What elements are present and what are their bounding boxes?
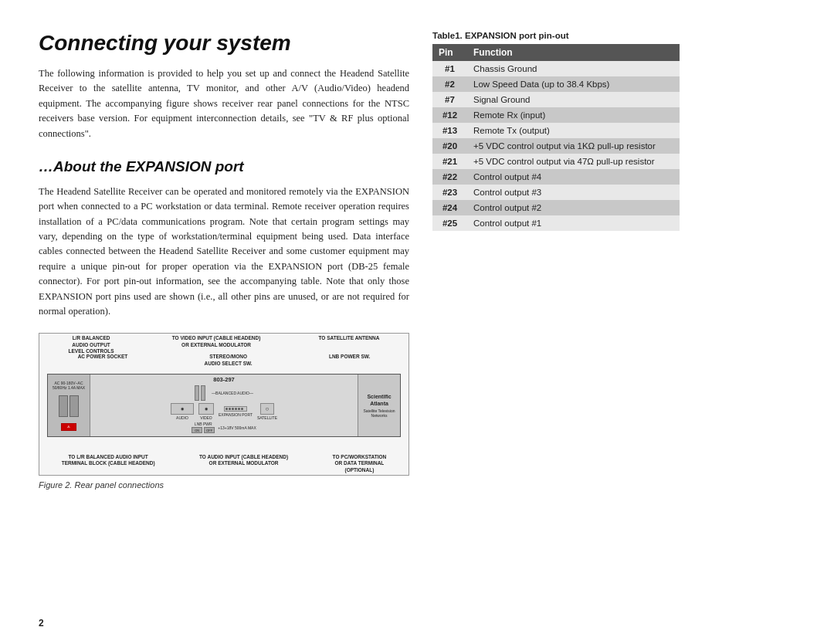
function-cell: Remote Rx (input) xyxy=(467,107,680,123)
function-cell: Control output #2 xyxy=(467,200,680,215)
table-row: #13Remote Tx (output) xyxy=(432,123,680,138)
section-subtitle: …About the EXPANSION port xyxy=(39,158,409,175)
table-caption: Table1. EXPANSION port pin-out xyxy=(432,31,680,40)
diagram-bottom-labels: TO L/R BALANCED AUDIO INPUT TERMINAL BLO… xyxy=(39,454,409,473)
power-connectors xyxy=(59,395,79,417)
audio-label-area: ◉ AUDIO xyxy=(171,403,194,420)
pin-cell: #1 xyxy=(432,61,467,76)
diagram-top-labels-row2: AC POWER SOCKET STEREO/MONO AUDIO SELECT… xyxy=(39,354,409,367)
label-lr-audio-input: TO L/R BALANCED AUDIO INPUT TERMINAL BLO… xyxy=(62,454,155,473)
power-connector xyxy=(59,395,68,417)
table-row: #20+5 VDC control output via 1KΩ pull-up… xyxy=(432,138,680,154)
body-text-1: The following information is provided to… xyxy=(39,66,409,141)
label-satellite-antenna: TO SATELLITE ANTENNA xyxy=(318,335,379,354)
expansion-label-area: EXPANSION PORT xyxy=(219,406,253,417)
function-cell: Remote Tx (output) xyxy=(467,123,680,138)
diagram-top-labels-row1: L/R BALANCED AUDIO OUTPUT LEVEL CONTROLS… xyxy=(39,335,409,354)
pin-cell: #24 xyxy=(432,200,467,215)
device-box: AC 90-160V~AC50/60Hz 1.4A MAX ⚠ 803-297 xyxy=(47,374,401,437)
pin-cell: #22 xyxy=(432,169,467,185)
table-row: #2Low Speed Data (up to 38.4 Kbps) xyxy=(432,76,680,92)
satellite-connector: ○ xyxy=(260,403,274,415)
lnb-section: LNB PWR ON OFF +13+18V 500mA MAX xyxy=(192,422,256,433)
expansion-port xyxy=(224,406,247,412)
pin-cell: #20 xyxy=(432,138,467,154)
pin-cell: #25 xyxy=(432,215,467,231)
pin-cell: #21 xyxy=(432,154,467,169)
video-jack: ◉ xyxy=(198,403,214,415)
table-header-row: Pin Function xyxy=(432,44,680,61)
device-middle-section: 803-297 —BALANCED AUDIO— ◉ xyxy=(90,375,358,436)
table-row: #1Chassis Ground xyxy=(432,61,680,76)
label-pc-workstation: TO PC/WORKSTATION OR DATA TERMINAL (OPTI… xyxy=(333,454,387,473)
figure-caption: Figure 2. Rear panel connections xyxy=(39,480,409,490)
video-label-area: ◉ VIDEO xyxy=(198,403,214,420)
label-lnb-power: LNB POWER SW. xyxy=(329,354,370,367)
warning-label: ⚠ xyxy=(61,423,76,431)
content-area: Connecting your system The following inf… xyxy=(39,31,795,621)
col-header-pin: Pin xyxy=(432,44,467,61)
function-cell: Control output #4 xyxy=(467,169,680,185)
left-column: Connecting your system The following inf… xyxy=(39,31,409,621)
power-connector-2 xyxy=(70,395,79,417)
rear-panel-diagram: L/R BALANCED AUDIO OUTPUT LEVEL CONTROLS… xyxy=(39,333,409,476)
slider-r xyxy=(201,385,205,401)
table-row: #12Remote Rx (input) xyxy=(432,107,680,123)
pin-table: Pin Function #1Chassis Ground#2Low Speed… xyxy=(432,44,680,231)
level-sliders xyxy=(195,385,205,401)
function-cell: Control output #1 xyxy=(467,215,680,231)
device-power-section: AC 90-160V~AC50/60Hz 1.4A MAX ⚠ xyxy=(48,375,90,436)
table-body: #1Chassis Ground#2Low Speed Data (up to … xyxy=(432,61,680,231)
device-brand-section: Scientific Atlanta Satellite Television … xyxy=(358,375,400,436)
table-row: #25Control output #1 xyxy=(432,215,680,231)
function-cell: +5 VDC control output via 1KΩ pull-up re… xyxy=(467,138,680,154)
col-header-function: Function xyxy=(467,44,680,61)
satellite-label-area: ○ SATELLITE xyxy=(257,403,277,420)
brand-name: Scientific Atlanta xyxy=(367,393,391,407)
function-cell: Chassis Ground xyxy=(467,61,680,76)
table-row: #24Control output #2 xyxy=(432,200,680,215)
label-stereo-mono: STEREO/MONO AUDIO SELECT SW. xyxy=(205,354,253,367)
function-cell: Signal Ground xyxy=(467,92,680,107)
slider-l xyxy=(195,385,199,401)
pin-cell: #13 xyxy=(432,123,467,138)
ports-row: ◉ AUDIO ◉ VIDEO xyxy=(171,403,277,420)
label-ac-power: AC POWER SOCKET xyxy=(78,354,128,367)
audio-jack: ◉ xyxy=(171,403,194,415)
brand-subtitle: Satellite Television Networks xyxy=(361,408,398,418)
page-number: 2 xyxy=(39,618,44,629)
page-title: Connecting your system xyxy=(39,31,409,56)
model-number: 803-297 xyxy=(213,376,235,383)
pin-cell: #12 xyxy=(432,107,467,123)
function-cell: Low Speed Data (up to 38.4 Kbps) xyxy=(467,76,680,92)
pin-cell: #23 xyxy=(432,185,467,200)
function-cell: Control output #3 xyxy=(467,185,680,200)
label-lr-balanced: L/R BALANCED AUDIO OUTPUT LEVEL CONTROLS xyxy=(69,335,114,354)
right-column: Table1. EXPANSION port pin-out Pin Funct… xyxy=(432,31,680,621)
label-audio-input: TO AUDIO INPUT (CABLE HEADEND) OR EXTERN… xyxy=(199,454,288,473)
audio-level-controls: —BALANCED AUDIO— xyxy=(195,385,253,401)
label-video-input: TO VIDEO INPUT (CABLE HEADEND) OR EXTERN… xyxy=(172,335,261,354)
page: Connecting your system The following inf… xyxy=(0,0,834,644)
body-text-2: The Headend Satellite Receiver can be op… xyxy=(39,185,409,319)
table-row: #22Control output #4 xyxy=(432,169,680,185)
table-row: #7Signal Ground xyxy=(432,92,680,107)
table-row: #23Control output #3 xyxy=(432,185,680,200)
table-row: #21+5 VDC control output via 47Ω pull-up… xyxy=(432,154,680,169)
pin-cell: #2 xyxy=(432,76,467,92)
function-cell: +5 VDC control output via 47Ω pull-up re… xyxy=(467,154,680,169)
pin-cell: #7 xyxy=(432,92,467,107)
